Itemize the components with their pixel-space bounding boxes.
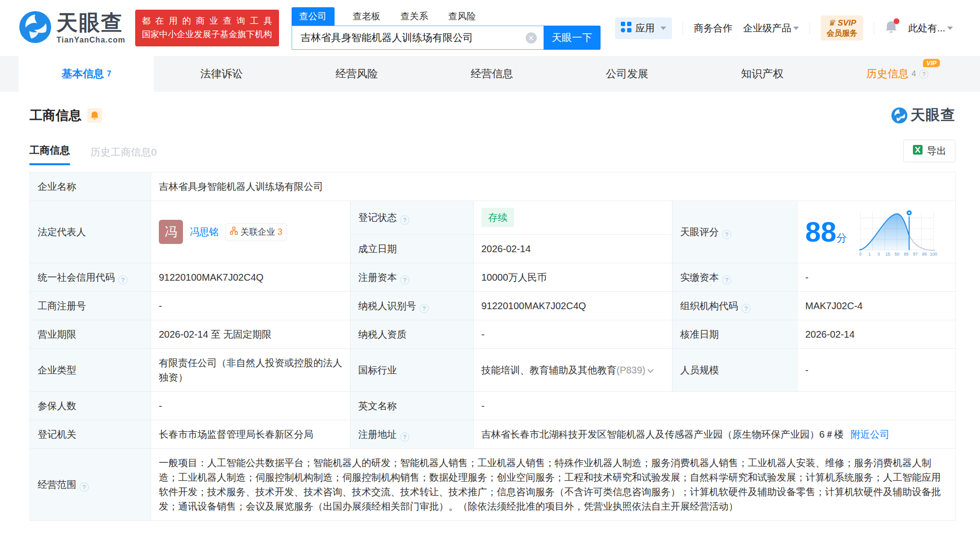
paid-capital-value: -	[798, 263, 956, 292]
header: 天眼查 TianYanCha.com 都在用的商业查询工具 国家中小企业发展子基…	[0, 0, 980, 56]
help-icon[interactable]	[420, 304, 429, 313]
company-name-value: 吉林省具身智能机器人训练场有限公司	[151, 172, 956, 201]
tianyancha-logo[interactable]: 天眼查 TianYanCha.com	[19, 11, 126, 45]
export-button[interactable]: 导出	[903, 140, 955, 162]
help-icon[interactable]	[400, 215, 409, 225]
notifications-bell-icon[interactable]	[885, 20, 897, 36]
watermark-logo: 天眼查	[891, 105, 955, 125]
score-axis-labels: 0 1 3 15 50 85 97 99 100	[859, 252, 937, 256]
search-button[interactable]: 天眼一下	[544, 26, 601, 50]
svg-text:1: 1	[868, 252, 870, 256]
company-type-value: 有限责任公司（非自然人投资或控股的法人独资）	[151, 349, 350, 392]
reg-number-value: -	[151, 292, 350, 320]
business-cooperation-link[interactable]: 商务合作	[694, 22, 732, 35]
avatar[interactable]: 冯	[159, 220, 183, 244]
field-label: 登记状态	[350, 201, 474, 235]
table-row: 工商注册号 - 纳税人识别号 91220100MAK7J02C4Q 组织机构代码…	[30, 292, 956, 320]
search-tab-risk[interactable]: 查风险	[447, 7, 478, 26]
score-unit: 分	[837, 232, 847, 244]
table-row: 企业类型 有限责任公司（非自然人投资或控股的法人独资） 国标行业 技能培训、教育…	[30, 349, 956, 392]
table-row: 登记机关 长春市市场监督管理局长春新区分局 注册地址 吉林省长春市北湖科技开发区…	[30, 420, 956, 449]
search-block: 查公司 查老板 查关系 查风险 ✕ 天眼一下	[292, 6, 601, 50]
svip-membership-button[interactable]: ♛ SVIP 会员服务	[821, 15, 863, 40]
org-chart-icon	[230, 226, 238, 239]
legal-rep-link[interactable]: 冯思铭	[190, 225, 219, 239]
divider	[683, 22, 683, 34]
business-info-table: 企业名称 吉林省具身智能机器人训练场有限公司 法定代表人 冯 冯思铭	[29, 172, 956, 521]
svip-label: SVIP	[838, 18, 856, 28]
tab-intellectual-property[interactable]: 知识产权	[695, 56, 830, 92]
tab-company-development[interactable]: 公司发展	[560, 56, 695, 92]
divider	[874, 22, 874, 34]
tab-history-info[interactable]: VIP 历史信息 4	[830, 56, 965, 92]
score-distribution-chart: 0 1 3 15 50 85 97 99 100	[856, 208, 938, 256]
nearby-companies-link[interactable]: 附近公司	[851, 429, 889, 440]
enterprise-products-link[interactable]: 企业级产品	[743, 22, 799, 35]
watermark-text: 天眼查	[910, 105, 955, 125]
apps-label: 应用	[635, 22, 655, 35]
svg-text:3: 3	[877, 252, 880, 256]
help-icon[interactable]	[80, 483, 89, 492]
related-companies-label: 关联企业	[240, 226, 275, 239]
search-tab-company[interactable]: 查公司	[292, 7, 335, 26]
tab-history-info-count: 4	[912, 70, 916, 78]
help-icon[interactable]	[722, 230, 731, 239]
help-icon[interactable]	[400, 275, 409, 285]
taxpayer-id-value: 91220100MAK7J02C4Q	[474, 292, 672, 320]
staff-size-value: -	[798, 349, 956, 392]
tab-legal-proceedings-label: 法律诉讼	[200, 67, 243, 81]
svg-text:100: 100	[930, 252, 937, 256]
field-label: 法定代表人	[30, 201, 151, 263]
tab-operating-risk[interactable]: 经营风险	[289, 56, 424, 92]
tab-legal-proceedings[interactable]: 法律诉讼	[154, 56, 289, 92]
table-row: 统一社会信用代码 91220100MAK7J02C4Q 注册资本 10000万人…	[30, 263, 956, 292]
tyc-score-cell: 88分	[798, 201, 956, 263]
table-row: 参保人数 - 英文名称 -	[30, 392, 956, 420]
svg-text:0: 0	[859, 252, 861, 256]
subtab-business-info[interactable]: 工商信息	[29, 143, 70, 165]
tab-basic-info[interactable]: 基本信息 7	[19, 56, 154, 92]
help-icon[interactable]	[742, 304, 751, 313]
section-title: 工商信息	[29, 107, 82, 124]
subscribe-bell-icon[interactable]	[87, 108, 102, 123]
reg-capital-value: 10000万人民币	[474, 263, 672, 292]
divider	[810, 22, 810, 34]
svg-text:99: 99	[922, 252, 926, 256]
legal-rep-cell: 冯 冯思铭 关联企业 3	[151, 201, 350, 263]
tab-intellectual-property-label: 知识产权	[741, 67, 784, 81]
help-icon[interactable]	[919, 70, 928, 79]
svg-text:85: 85	[903, 252, 908, 256]
reg-address-value: 吉林省长春市北湖科技开发区智能机器人及传感器产业园（原生物环保产业园）6＃楼附近…	[474, 420, 956, 449]
org-code-value: MAK7J02C-4	[798, 292, 956, 320]
field-label: 参保人数	[30, 392, 151, 420]
tab-operating-info[interactable]: 经营信息	[424, 56, 560, 92]
apps-menu[interactable]: 应用	[615, 17, 672, 39]
subtab-history-business-info[interactable]: 历史工商信息0	[90, 145, 157, 165]
company-nav-tabs: 基本信息 7 法律诉讼 经营风险 经营信息 公司发展 知识产权 VIP 历史信息…	[0, 56, 980, 92]
reg-authority-value: 长春市市场监督管理局长春新区分局	[151, 420, 350, 449]
insured-count-value: -	[151, 392, 350, 420]
field-label: 核准日期	[672, 320, 798, 349]
reg-status-value: 存续	[474, 201, 672, 235]
help-icon[interactable]	[118, 275, 127, 285]
svg-text:50: 50	[895, 252, 899, 256]
search-input[interactable]	[292, 26, 544, 50]
related-companies-badge[interactable]: 关联企业 3	[225, 223, 287, 241]
search-tab-relation[interactable]: 查关系	[399, 7, 430, 26]
help-icon[interactable]	[722, 275, 731, 285]
clear-search-icon[interactable]: ✕	[526, 32, 537, 43]
chevron-down-icon[interactable]	[647, 367, 654, 373]
credit-code-value: 91220100MAK7J02C4Q	[151, 263, 350, 292]
account-menu[interactable]: 此处有...	[908, 22, 953, 35]
est-date-value: 2026-02-14	[474, 234, 672, 263]
export-label: 导出	[927, 144, 946, 157]
table-row: 营业期限 2026-02-14 至 无固定期限 纳税人资质 - 核准日期 202…	[30, 320, 956, 349]
search-tab-boss[interactable]: 查老板	[351, 7, 382, 26]
help-icon[interactable]	[400, 432, 409, 442]
table-row: 法定代表人 冯 冯思铭 关联企业	[30, 201, 956, 235]
content-container: 工商信息 天眼查 工商信息 历史工商信息0	[29, 105, 955, 521]
industry-code: (P839)	[616, 365, 645, 375]
business-term-value: 2026-02-14 至 无固定期限	[151, 320, 350, 349]
field-label: 登记机关	[30, 420, 151, 449]
tab-operating-risk-label: 经营风险	[336, 67, 378, 81]
